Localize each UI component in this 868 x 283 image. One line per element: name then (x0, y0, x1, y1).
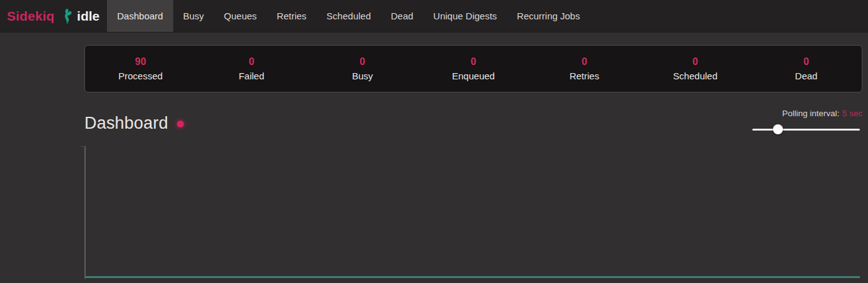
stat-scheduled: 0 Scheduled (640, 46, 750, 92)
main-content: 90 Processed 0 Failed 0 Busy 0 Enqueued … (84, 45, 862, 279)
stat-processed: 90 Processed (85, 46, 196, 92)
chart-zero-line (86, 276, 860, 278)
slider-thumb[interactable] (773, 124, 783, 134)
nav-item-dead[interactable]: Dead (381, 0, 423, 32)
nav-item-unique-digests[interactable]: Unique Digests (423, 0, 507, 32)
polling-interval-slider[interactable] (752, 124, 860, 134)
page-header-row: Dashboard Polling interval: 5 sec (84, 107, 862, 134)
polling-interval-value: 5 sec (842, 109, 862, 118)
stat-failed: 0 Failed (196, 46, 306, 92)
brand[interactable]: Sidekiq idle (0, 0, 107, 32)
polling-interval-control: Polling interval: 5 sec (752, 107, 862, 134)
stat-failed-label: Failed (239, 71, 265, 81)
stat-scheduled-label: Scheduled (673, 71, 717, 81)
nav-item-queues[interactable]: Queues (214, 0, 267, 32)
stat-processed-value: 90 (135, 56, 146, 67)
stat-dead: 0 Dead (751, 46, 862, 92)
stat-dead-label: Dead (795, 71, 817, 81)
stat-busy-label: Busy (352, 71, 373, 81)
stats-summary-bar: 90 Processed 0 Failed 0 Busy 0 Enqueued … (84, 45, 862, 92)
nav-item-retries[interactable]: Retries (267, 0, 317, 32)
nav-item-dashboard[interactable]: Dashboard (107, 0, 173, 32)
navbar: Sidekiq idle Dashboard Busy Queues Retri… (0, 0, 868, 32)
process-status: idle (77, 9, 99, 24)
nav-menu: Dashboard Busy Queues Retries Scheduled … (107, 0, 590, 32)
stat-failed-value: 0 (249, 56, 255, 67)
stat-retries-value: 0 (582, 56, 587, 67)
brand-name[interactable]: Sidekiq (7, 9, 54, 24)
page-title-wrap: Dashboard (84, 114, 184, 133)
stat-retries-label: Retries (570, 71, 600, 81)
page-title: Dashboard (84, 114, 168, 133)
stat-retries: 0 Retries (529, 46, 640, 92)
stat-scheduled-value: 0 (692, 56, 698, 67)
stat-enqueued: 0 Enqueued (418, 46, 528, 92)
stat-busy: 0 Busy (307, 46, 418, 92)
stat-dead-value: 0 (804, 56, 809, 67)
nav-item-recurring-jobs[interactable]: Recurring Jobs (507, 0, 590, 32)
stat-processed-label: Processed (118, 71, 163, 81)
live-beacon-icon (177, 121, 184, 127)
stat-busy-value: 0 (360, 56, 365, 67)
y-axis-tick-icon (81, 146, 85, 147)
stat-enqueued-value: 0 (471, 56, 477, 67)
stat-enqueued-label: Enqueued (452, 71, 495, 81)
slider-track[interactable] (752, 129, 860, 131)
nav-item-scheduled[interactable]: Scheduled (316, 0, 381, 32)
y-axis-tick-icon (84, 149, 87, 149)
polling-interval-label: Polling interval: (782, 109, 840, 118)
nav-item-busy[interactable]: Busy (173, 0, 214, 32)
realtime-chart (84, 146, 862, 279)
sidekiq-dashboard-page: Sidekiq idle Dashboard Busy Queues Retri… (0, 0, 868, 283)
sidekiq-logo-icon (60, 8, 73, 24)
